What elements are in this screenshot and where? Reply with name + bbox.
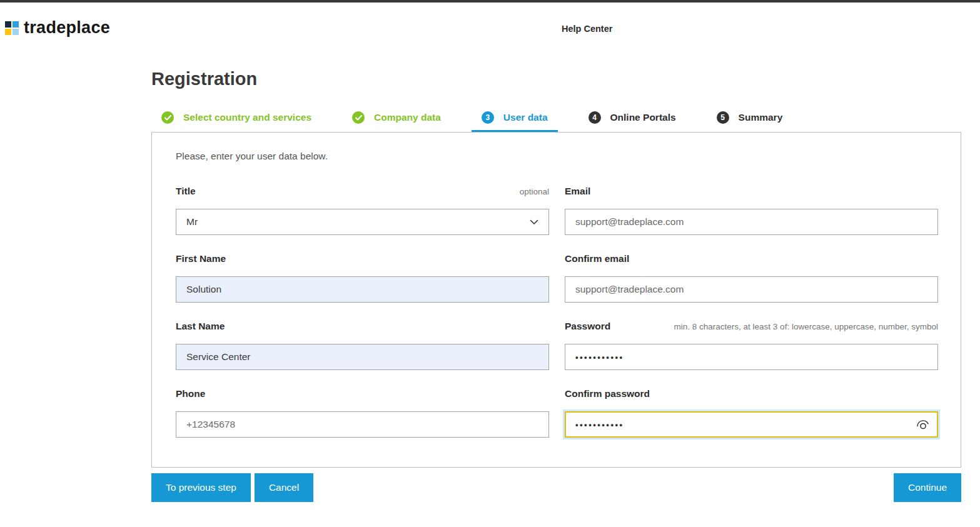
password-input[interactable] (565, 344, 938, 370)
cancel-button[interactable]: Cancel (255, 473, 313, 502)
title-field-group: Title optional Mr (176, 186, 549, 235)
main-content: Registration Select country and services… (151, 69, 961, 502)
step-number-badge: 5 (717, 111, 729, 124)
phone-label: Phone (176, 388, 205, 399)
tab-label: User data (503, 112, 548, 123)
form-intro-text: Please, enter your user data below. (176, 151, 938, 162)
confirm-password-input[interactable] (565, 411, 938, 438)
password-hint: min. 8 characters, at least 3 of: lowerc… (674, 322, 938, 331)
tab-user-data[interactable]: 3 User data (472, 103, 558, 132)
email-input[interactable] (565, 209, 938, 235)
tab-company-data[interactable]: Company data (342, 103, 451, 132)
page-title: Registration (151, 69, 961, 89)
form-right-column: Email Confirm email Password min. 8 char… (565, 186, 938, 438)
email-field-group: Email (565, 186, 938, 235)
check-icon (352, 111, 365, 124)
user-data-form-panel: Please, enter your user data below. Titl… (151, 132, 961, 468)
header: tradeplace Help Center (0, 3, 980, 54)
form-grid: Title optional Mr First Name (176, 186, 938, 438)
confirm-email-field-group: Confirm email (565, 253, 938, 303)
confirm-email-input[interactable] (565, 276, 938, 303)
last-name-label: Last Name (176, 321, 225, 332)
email-label: Email (565, 186, 590, 197)
confirm-password-label: Confirm password (565, 388, 650, 399)
tab-summary[interactable]: 5 Summary (707, 103, 793, 132)
title-label: Title (176, 186, 196, 197)
check-icon (161, 111, 174, 124)
first-name-field-group: First Name (176, 253, 549, 303)
tab-label: Online Portals (610, 112, 676, 123)
step-number-badge: 3 (482, 111, 494, 124)
tradeplace-logo-icon (5, 21, 19, 35)
form-left-column: Title optional Mr First Name (176, 186, 549, 438)
tab-label: Select country and services (183, 112, 311, 123)
optional-note: optional (520, 187, 549, 196)
tradeplace-logo[interactable]: tradeplace (5, 18, 110, 38)
password-field-group: Password min. 8 characters, at least 3 o… (565, 321, 938, 370)
logo-text: tradeplace (24, 18, 110, 38)
tab-online-portals[interactable]: 4 Online Portals (578, 103, 686, 132)
previous-step-button[interactable]: To previous step (151, 473, 251, 502)
phone-input[interactable] (176, 411, 549, 438)
registration-step-tabs: Select country and services Company data… (151, 103, 961, 132)
help-center-link[interactable]: Help Center (562, 24, 612, 34)
show-password-eye-icon[interactable] (916, 418, 930, 431)
first-name-label: First Name (176, 253, 226, 264)
step-number-badge: 4 (589, 111, 601, 124)
form-actions: To previous step Cancel Continue (151, 473, 961, 502)
confirm-password-field-group: Confirm password (565, 388, 938, 438)
tab-label: Company data (374, 112, 441, 123)
tab-select-country-and-services[interactable]: Select country and services (151, 103, 321, 132)
chevron-down-icon (530, 219, 538, 225)
title-select-value: Mr (186, 216, 198, 228)
first-name-input[interactable] (176, 276, 549, 303)
confirm-email-label: Confirm email (565, 253, 629, 264)
title-select[interactable]: Mr (176, 209, 549, 235)
continue-button[interactable]: Continue (894, 473, 961, 502)
password-label: Password (565, 321, 610, 332)
last-name-field-group: Last Name (176, 321, 549, 370)
tab-label: Summary (739, 112, 783, 123)
last-name-input[interactable] (176, 344, 549, 370)
phone-field-group: Phone (176, 388, 549, 438)
